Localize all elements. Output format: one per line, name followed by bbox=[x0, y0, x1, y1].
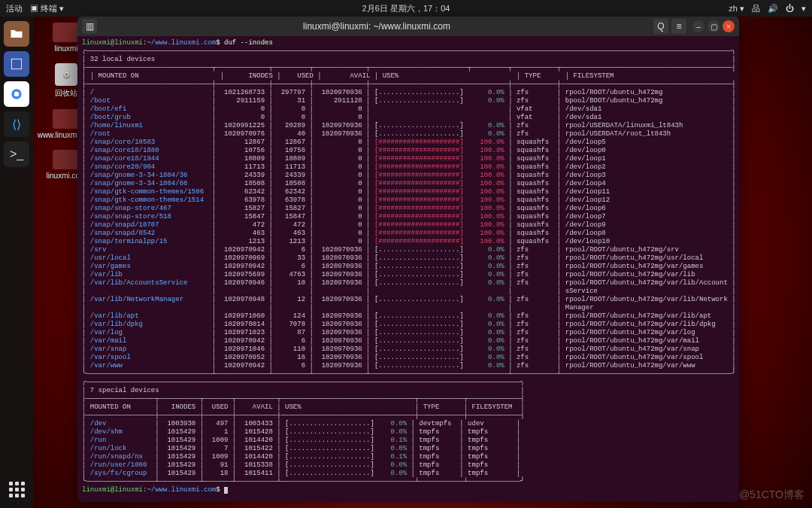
watermark: @51CTO博客 bbox=[739, 488, 804, 502]
system-menu-chevron-icon[interactable]: ▾ bbox=[801, 4, 806, 14]
gnome-topbar: 活动 ▣ 终端 ▾ 2月6日 星期六，17：04 zh ▾ 品 🔊 ⏻ ▾ bbox=[0, 0, 812, 17]
network-icon[interactable]: 品 bbox=[752, 3, 760, 14]
chrome-app-icon[interactable] bbox=[4, 81, 29, 107]
vscode-app-icon[interactable]: ⟨⟩ bbox=[4, 111, 29, 137]
search-icon[interactable]: Q bbox=[653, 19, 668, 34]
close-button[interactable]: × bbox=[723, 20, 735, 32]
minimize-button[interactable]: – bbox=[692, 20, 704, 32]
activities-button[interactable]: 活动 bbox=[6, 3, 23, 14]
maximize-button[interactable]: ▢ bbox=[707, 20, 720, 32]
input-lang-indicator[interactable]: zh ▾ bbox=[729, 4, 744, 14]
svg-point-2 bbox=[14, 92, 20, 97]
volume-icon[interactable]: 🔊 bbox=[768, 4, 778, 14]
power-icon[interactable]: ⏻ bbox=[786, 4, 794, 13]
show-apps-button[interactable] bbox=[0, 476, 33, 502]
terminal-app-icon[interactable]: >_ bbox=[4, 141, 29, 167]
ubuntu-dock: ⟨⟩ >_ bbox=[0, 17, 33, 508]
clock-label[interactable]: 2月6日 星期六，17：04 bbox=[362, 3, 450, 14]
terminal-output[interactable]: linuxmi@linuxmi:~/www.linuxmi.com$ duf -… bbox=[77, 36, 739, 502]
window-titlebar[interactable]: ▥ linuxmi@linuxmi: ~/www.linuxmi.com Q ≡… bbox=[77, 17, 739, 36]
svg-rect-0 bbox=[11, 59, 21, 68]
files-app-icon[interactable] bbox=[4, 21, 29, 47]
terminal-menu-indicator[interactable]: ▣ 终端 ▾ bbox=[30, 3, 64, 14]
screenshot-app-icon[interactable] bbox=[4, 51, 29, 77]
new-tab-icon[interactable]: ▥ bbox=[82, 19, 97, 34]
terminal-window: ▥ linuxmi@linuxmi: ~/www.linuxmi.com Q ≡… bbox=[77, 17, 739, 502]
hamburger-menu-icon[interactable]: ≡ bbox=[671, 19, 686, 34]
window-title: linuxmi@linuxmi: ~/www.linuxmi.com bbox=[100, 21, 653, 32]
